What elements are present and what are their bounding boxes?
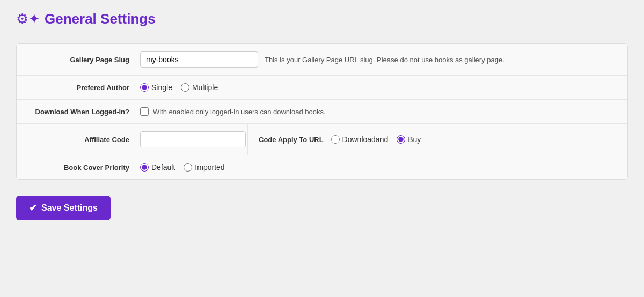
preferred-author-label: Prefered Author — [33, 84, 140, 92]
code-apply-download-option[interactable]: Downloadand — [331, 135, 389, 144]
download-logged-in-row: Download When Logged-in? With enabled on… — [17, 100, 627, 124]
affiliate-code-input[interactable] — [140, 131, 246, 147]
preferred-author-multiple-label: Multiple — [192, 83, 218, 92]
code-apply-to-url-label: Code Apply To URL — [259, 136, 324, 144]
gallery-page-slug-control: This is your Gallery Page URL slug. Plea… — [140, 51, 611, 68]
book-cover-priority-row: Book Cover Priority Default Imported — [17, 155, 627, 179]
settings-icon: ⚙✦ — [16, 11, 40, 27]
affiliate-code-left: Affiliate Code — [17, 124, 247, 155]
download-logged-in-checkbox[interactable] — [140, 107, 149, 116]
code-apply-buy-option[interactable]: Buy — [397, 135, 421, 144]
gallery-page-slug-helper: This is your Gallery Page URL slug. Plea… — [265, 56, 504, 64]
book-cover-priority-radio-group: Default Imported — [140, 163, 225, 172]
save-settings-button[interactable]: ✔ Save Settings — [16, 196, 111, 220]
preferred-author-single-label: Single — [151, 83, 172, 92]
book-cover-priority-control: Default Imported — [140, 163, 611, 172]
book-cover-priority-label: Book Cover Priority — [33, 164, 140, 172]
code-apply-buy-radio[interactable] — [397, 135, 405, 144]
book-cover-imported-label: Imported — [195, 163, 224, 172]
save-icon: ✔ — [29, 202, 37, 214]
affiliate-code-label: Affiliate Code — [33, 136, 140, 144]
download-logged-in-control: With enabled only logged-in users can do… — [140, 107, 611, 116]
save-button-label: Save Settings — [41, 203, 98, 213]
affiliate-code-right: Code Apply To URL Downloadand Buy — [247, 124, 627, 155]
gallery-page-slug-label: Gallery Page Slug — [33, 56, 140, 64]
preferred-author-control: Single Multiple — [140, 83, 611, 92]
page-title-container: ⚙✦ General Settings — [16, 11, 628, 27]
preferred-author-single-option[interactable]: Single — [140, 83, 172, 92]
code-apply-download-label: Downloadand — [342, 135, 389, 144]
book-cover-default-option[interactable]: Default — [140, 163, 175, 172]
download-logged-in-checkbox-text: With enabled only logged-in users can do… — [153, 108, 326, 116]
book-cover-imported-option[interactable]: Imported — [184, 163, 224, 172]
preferred-author-multiple-radio[interactable] — [181, 83, 189, 92]
book-cover-imported-radio[interactable] — [184, 163, 192, 172]
page-title: General Settings — [45, 11, 156, 27]
preferred-author-single-radio[interactable] — [140, 83, 149, 92]
download-logged-in-checkbox-label[interactable]: With enabled only logged-in users can do… — [140, 107, 326, 116]
code-apply-radio-group: Downloadand Buy — [331, 135, 421, 144]
book-cover-default-label: Default — [151, 163, 175, 172]
gallery-page-slug-input[interactable] — [140, 51, 258, 68]
preferred-author-radio-group: Single Multiple — [140, 83, 218, 92]
settings-card: Gallery Page Slug This is your Gallery P… — [16, 43, 628, 180]
code-apply-buy-label: Buy — [408, 135, 421, 144]
affiliate-code-row: Affiliate Code Code Apply To URL Downloa… — [17, 124, 627, 155]
code-apply-download-radio[interactable] — [331, 135, 340, 144]
preferred-author-multiple-option[interactable]: Multiple — [181, 83, 218, 92]
gallery-page-slug-row: Gallery Page Slug This is your Gallery P… — [17, 44, 627, 76]
preferred-author-row: Prefered Author Single Multiple — [17, 76, 627, 100]
download-logged-in-label: Download When Logged-in? — [33, 108, 140, 116]
book-cover-default-radio[interactable] — [140, 163, 149, 172]
